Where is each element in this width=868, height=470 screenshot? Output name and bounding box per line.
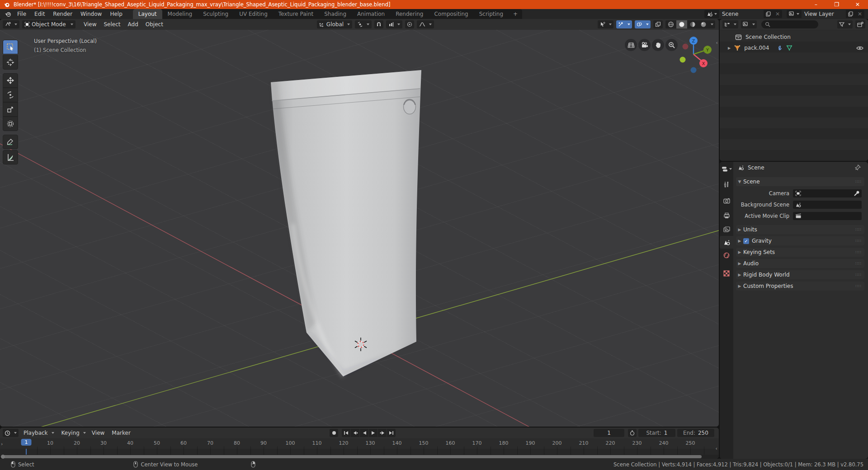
overlays-toggle[interactable] — [635, 20, 651, 28]
tab-texture-paint[interactable]: Texture Paint — [273, 9, 319, 19]
play-reverse-button[interactable] — [360, 429, 368, 437]
end-frame-field[interactable]: End: 250 — [677, 429, 714, 437]
tool-cursor[interactable] — [3, 55, 18, 70]
gravity-checkbox[interactable]: ✓ — [743, 238, 749, 244]
new-view-layer-icon[interactable] — [846, 10, 855, 18]
tool-move[interactable] — [3, 73, 18, 88]
tab-sculpting[interactable]: Sculpting — [198, 9, 234, 19]
menu-window[interactable]: Window — [76, 9, 106, 19]
shading-wireframe-button[interactable] — [665, 20, 676, 28]
snap-target-dropdown[interactable] — [386, 20, 402, 28]
tool-select-box[interactable] — [3, 40, 18, 54]
visibility-eye-icon[interactable] — [856, 46, 863, 51]
view-layer-icon[interactable] — [787, 10, 802, 18]
tab-scripting[interactable]: Scripting — [474, 9, 509, 19]
tab-uv-editing[interactable]: UV Editing — [234, 9, 273, 19]
show-object-types-dropdown[interactable] — [598, 20, 613, 28]
timeline-scrollbar[interactable] — [0, 455, 719, 459]
tab-rendering[interactable]: Rendering — [390, 9, 429, 19]
panel-gravity[interactable]: ▶ ✓ Gravity ∷∷ — [736, 236, 864, 245]
menu-help[interactable]: Help — [106, 9, 126, 19]
pivot-point-dropdown[interactable] — [355, 20, 372, 28]
view-layer-name-field[interactable]: View Layer — [802, 10, 846, 18]
tab-modeling[interactable]: Modeling — [162, 9, 198, 19]
start-frame-field[interactable]: Start: 1 — [638, 429, 675, 437]
proportional-falloff-dropdown[interactable] — [417, 20, 434, 28]
pin-icon[interactable] — [855, 164, 861, 171]
panel-drag-handle[interactable]: ∷∷ — [856, 179, 862, 184]
panel-rigid-body-world[interactable]: ▶ Rigid Body World ∷∷ — [736, 270, 864, 279]
viewport-menu-select[interactable]: Select — [100, 21, 124, 28]
mode-dropdown[interactable]: Object Mode — [22, 20, 75, 28]
gizmos-toggle[interactable] — [616, 20, 632, 28]
tool-transform[interactable] — [3, 117, 18, 131]
timeline-track-area[interactable] — [0, 449, 719, 455]
tab-layout[interactable]: Layout — [133, 9, 162, 19]
outliner-row-pack-object[interactable]: ▶ pack.004 — [720, 42, 868, 53]
properties-editor-type-button[interactable] — [720, 163, 733, 175]
tab-texture[interactable] — [720, 267, 733, 280]
current-frame-field[interactable]: 1 — [594, 429, 624, 437]
panel-units[interactable]: ▶ Units ∷∷ — [736, 225, 864, 234]
use-preview-range-button[interactable] — [628, 429, 637, 437]
timeline-scrollbar-thumb[interactable] — [2, 455, 702, 458]
mesh-data-icon[interactable] — [786, 45, 793, 51]
tool-rotate[interactable] — [3, 88, 18, 102]
camera-view-button[interactable] — [638, 39, 651, 51]
tab-view-layer[interactable] — [720, 223, 733, 235]
tab-scene[interactable] — [720, 236, 733, 249]
expand-arrow-icon[interactable]: ▶ — [728, 46, 731, 50]
outliner-filter-dropdown[interactable] — [837, 20, 853, 28]
jump-to-end-button[interactable] — [387, 429, 396, 437]
scene-icon[interactable] — [704, 10, 719, 18]
app-menu-blender-icon[interactable] — [5, 11, 11, 17]
timeline-menu-marker[interactable]: Marker — [108, 430, 134, 436]
outliner-editor-type-button[interactable] — [722, 20, 738, 28]
timeline-scrollbar-knob[interactable] — [1, 455, 5, 459]
background-scene-field[interactable] — [793, 201, 862, 209]
shading-dropdown[interactable] — [709, 20, 715, 28]
playhead-line[interactable] — [26, 449, 27, 455]
prev-keyframe-button[interactable] — [351, 429, 359, 437]
tab-world[interactable] — [720, 249, 733, 262]
tab-output[interactable] — [720, 209, 733, 222]
timeline-menu-view[interactable]: View — [88, 430, 108, 436]
timeline-editor-type-button[interactable] — [3, 429, 19, 437]
maximize-button[interactable]: ❐ — [826, 0, 847, 9]
proportional-editing-toggle[interactable] — [405, 20, 414, 28]
tool-measure[interactable] — [3, 150, 18, 164]
editor-type-button[interactable] — [3, 20, 19, 28]
tool-annotate[interactable] — [3, 135, 18, 149]
tab-compositing[interactable]: Compositing — [429, 9, 473, 19]
active-movie-clip-field[interactable] — [793, 212, 862, 220]
xray-toggle[interactable] — [653, 20, 663, 28]
outliner-search-input[interactable] — [761, 20, 818, 28]
panel-audio[interactable]: ▶ Audio ∷∷ — [736, 259, 864, 268]
close-button[interactable]: ✕ — [847, 0, 868, 9]
eyedropper-icon[interactable] — [854, 191, 859, 197]
playback-menu[interactable]: Playback — [21, 429, 57, 437]
panel-scene-header[interactable]: ▼ Scene ∷∷ — [736, 177, 864, 186]
new-scene-icon[interactable] — [764, 10, 773, 18]
add-workspace-button[interactable]: + — [509, 9, 522, 19]
tool-scale[interactable] — [3, 102, 18, 117]
viewport-canvas[interactable]: User Perspective (Local) (1) Scene Colle… — [0, 30, 719, 427]
tab-tool[interactable] — [720, 178, 733, 191]
tab-shading[interactable]: Shading — [319, 9, 352, 19]
transform-orientation-dropdown[interactable]: Global — [317, 20, 352, 28]
pan-view-button[interactable] — [652, 39, 664, 51]
navigation-gizmo[interactable]: Z Y X — [674, 33, 714, 75]
panel-custom-properties[interactable]: ▶ Custom Properties ∷∷ — [736, 282, 864, 291]
scene-name-field[interactable]: Scene — [719, 10, 764, 18]
timeline-ruler[interactable]: 1 10203040506070809010011012013014015016… — [0, 438, 719, 449]
auto-keying-button[interactable] — [330, 429, 338, 437]
viewport-menu-add[interactable]: Add — [124, 21, 142, 28]
new-collection-button[interactable] — [855, 20, 865, 28]
tab-render[interactable] — [720, 194, 733, 207]
unlink-scene-button[interactable]: ✕ — [773, 11, 782, 17]
timeline-sidebar-chevron[interactable]: ‹ — [716, 446, 717, 451]
minimize-button[interactable]: – — [806, 0, 826, 9]
unlink-view-layer-button[interactable]: ✕ — [855, 11, 864, 17]
camera-field[interactable] — [793, 189, 862, 197]
modifier-wrench-icon[interactable] — [776, 45, 783, 51]
